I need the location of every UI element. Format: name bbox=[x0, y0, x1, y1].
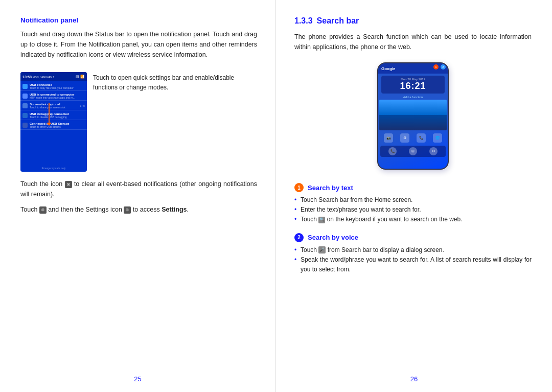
left-page: Notification panel Touch and drag down t… bbox=[0, 0, 276, 392]
page-spread: Notification panel Touch and drag down t… bbox=[0, 0, 552, 392]
notif-badge-2: 2 bbox=[441, 64, 446, 70]
app-icon-4: 🌐 bbox=[433, 133, 442, 143]
settings-icon: ⊞ bbox=[124, 206, 131, 214]
notif-row-1: USB connected Touch to copy files from y… bbox=[20, 81, 87, 91]
notif-row-3: Screenshot captured Touch to share your … bbox=[20, 101, 87, 110]
search-by-voice-heading: 2 Search by voice bbox=[294, 233, 532, 242]
search-voice-bullets: Touch 🎤 from Search bar to display a dia… bbox=[294, 245, 532, 275]
notif-row-2: USB is connected to computer MTP mode le… bbox=[20, 91, 87, 101]
phone-app-icons: 📷 ⚙ 📞 🌐 bbox=[378, 131, 448, 145]
app-icon-3: 📞 bbox=[417, 133, 426, 143]
mic-icon: 🎤 bbox=[318, 246, 326, 253]
right-para1: The phone provides a Search function whi… bbox=[294, 32, 532, 52]
bullet-text-2: Enter the text/phrase you want to search… bbox=[294, 205, 532, 215]
app-icon-1: 📷 bbox=[384, 133, 393, 143]
status-icons: ▤ 📶 bbox=[76, 75, 85, 79]
phone-add-btn: Add a function bbox=[378, 96, 448, 99]
phone-top-bar: Google 1 2 bbox=[378, 63, 448, 74]
search-text-bullets: Touch Search bar from the Home screen. E… bbox=[294, 195, 532, 225]
phone-mockup-right: Google 1 2 Mon 20 May 2013 16:21 Add a f… bbox=[377, 62, 449, 170]
left-section-title: Notification panel bbox=[20, 16, 257, 24]
screenshot-area: 13:58 MON, JANUARY 1 ▤ 📶 USB connected T… bbox=[20, 72, 257, 172]
bullet-text-3: Touch 🔍 on the keyboard if you want to s… bbox=[294, 215, 532, 224]
page-number-right: 26 bbox=[410, 375, 418, 383]
phone-wallpaper bbox=[379, 100, 447, 130]
apps-icon: ⊞ bbox=[39, 206, 47, 214]
right-section-header: 1.3.3 Search bar bbox=[294, 16, 532, 26]
search-by-text-heading: 1 Search by text bbox=[294, 183, 532, 192]
search-text-num: 1 bbox=[294, 183, 304, 192]
search-by-voice-label: Search by voice bbox=[308, 234, 358, 241]
left-para1: Touch and drag down the Status bar to op… bbox=[20, 29, 257, 60]
settings-label: Settings bbox=[162, 206, 187, 213]
app-icon-2: ⚙ bbox=[400, 133, 409, 143]
right-page: 1.3.3 Search bar The phone provides a Se… bbox=[276, 0, 552, 392]
section-number: 1.3.3 bbox=[294, 16, 313, 26]
left-para2: Touch the icon ⊠ to clear all event-base… bbox=[20, 179, 257, 199]
notification-panel-screenshot: 13:58 MON, JANUARY 1 ▤ 📶 USB connected T… bbox=[20, 72, 87, 172]
notif-row-5: Connected as USB Storage Touch to other … bbox=[20, 120, 87, 130]
bullet-text-1: Touch Search bar from the Home screen. bbox=[294, 195, 532, 205]
emergency-text: Emergency calls only bbox=[20, 167, 87, 170]
dock-icon-msg: ✉ bbox=[429, 147, 438, 155]
right-section-title: Search bar bbox=[317, 16, 359, 26]
search-voice-num: 2 bbox=[294, 233, 304, 242]
phone-status-bar: 13:58 MON, JANUARY 1 ▤ 📶 bbox=[20, 72, 87, 81]
bullet-voice-1: Touch 🎤 from Search bar to display a dia… bbox=[294, 245, 532, 255]
orange-arrow-indicator bbox=[49, 103, 50, 123]
page-number-left: 25 bbox=[134, 375, 141, 383]
phone-clock-area: Mon 20 May 2013 16:21 bbox=[381, 76, 445, 94]
dock-icon-phone: 📞 bbox=[388, 147, 397, 155]
status-time: 13:58 MON, JANUARY 1 bbox=[22, 75, 54, 79]
notif-row-4: USB debugging connected Touch to disable… bbox=[20, 110, 87, 120]
bullet-voice-2: Speak the word/phrase you want to search… bbox=[294, 255, 532, 274]
phone-dock: 📞 ⊞ ✉ bbox=[380, 146, 446, 157]
left-para3: Touch ⊞ and then the Settings icon ⊞ to … bbox=[20, 204, 257, 215]
clear-notif-icon: ⊠ bbox=[65, 181, 72, 188]
callout-text: Touch to open quick settings bar and ena… bbox=[93, 72, 257, 92]
keyboard-search-icon: 🔍 bbox=[318, 217, 325, 223]
dock-icon-apps: ⊞ bbox=[409, 147, 417, 155]
search-by-text-label: Search by text bbox=[308, 184, 353, 192]
phone-time: 16:21 bbox=[383, 81, 443, 91]
notif-badge-1: 1 bbox=[433, 64, 439, 70]
